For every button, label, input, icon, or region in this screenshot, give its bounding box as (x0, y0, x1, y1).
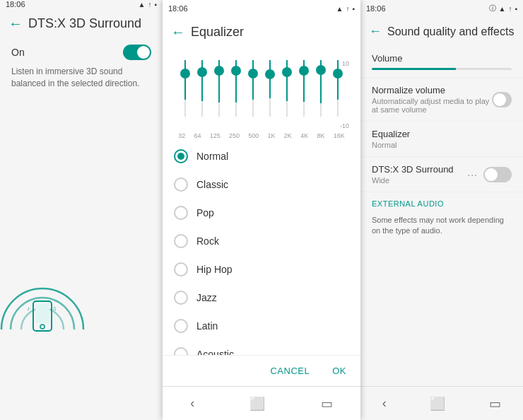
freq-250: 250 (229, 132, 240, 139)
dts-section: DTS:X 3D Surround Wide ··· (360, 157, 523, 192)
left-status-time: 18:06 (6, 0, 25, 8)
dts-toggle[interactable] (483, 167, 512, 182)
equalizer-sub: Normal (372, 141, 512, 149)
preset-rock[interactable]: Rock (163, 227, 360, 255)
equalizer-chart: 10 (163, 47, 360, 139)
preset-rock-label: Rock (196, 235, 219, 247)
right-upload-icon: ↑ (508, 5, 512, 13)
eq-bar-10[interactable] (337, 60, 339, 117)
preset-acoustic-label: Acoustic (196, 349, 234, 355)
right-back-button[interactable]: ← (369, 24, 382, 39)
freq-8k: 8K (317, 132, 324, 139)
on-row: On (0, 39, 163, 66)
center-battery-icon: ▪ (352, 5, 355, 13)
center-upload-icon: ↑ (346, 5, 349, 13)
external-audio-label: EXTERNAL AUDIO (360, 192, 523, 211)
center-back-button[interactable]: ← (171, 24, 185, 40)
volume-slider[interactable] (372, 68, 512, 70)
eq-frequency-labels: 32 64 125 250 500 1K 2K 4K 8K 16K (171, 132, 352, 139)
dts-text: DTS:X 3D Surround Wide (372, 164, 454, 185)
eq-bar-8[interactable] (303, 60, 305, 117)
center-nav-bar: ‹ ⬜ ▭ (163, 386, 360, 420)
eq-db-top: 10 (342, 60, 349, 67)
eq-bar-6[interactable] (269, 60, 271, 117)
preset-latin-radio[interactable] (174, 319, 188, 333)
preset-classic[interactable]: Classic (163, 170, 360, 199)
battery-icon: ▪ (154, 1, 157, 8)
preset-classic-radio[interactable] (174, 177, 188, 192)
eq-bar-3[interactable] (218, 60, 220, 117)
svg-text:♪: ♪ (27, 305, 30, 312)
right-back-nav-icon[interactable]: ‹ (382, 396, 387, 411)
right-info-icon: ⓘ (489, 4, 496, 13)
right-status-bar: 18:06 ⓘ ▲ ↑ ▪ (360, 0, 523, 17)
external-audio-note: Some effects may not work depending on t… (360, 211, 523, 241)
preset-hiphop-label: Hip Hop (196, 264, 233, 275)
eq-bar-5[interactable] (252, 60, 254, 117)
normalize-title: Normalize volume (372, 85, 492, 95)
left-status-icons: ▲ ↑ ▪ (139, 1, 157, 8)
left-status-bar: 18:06 ▲ ↑ ▪ (0, 0, 163, 8)
on-label: On (11, 47, 25, 58)
preset-normal-radio[interactable] (174, 149, 188, 163)
eq-bar-7[interactable] (286, 60, 288, 117)
eq-bar-2[interactable] (201, 60, 203, 117)
preset-acoustic[interactable]: Acoustic (163, 340, 360, 355)
right-status-time: 18:06 (366, 4, 386, 13)
freq-16k: 16K (334, 132, 345, 139)
freq-32: 32 (178, 132, 185, 139)
normalize-toggle[interactable] (492, 92, 512, 107)
eq-bar-4[interactable] (235, 60, 237, 117)
eq-bar-1[interactable] (184, 60, 186, 117)
left-page-title: DTS:X 3D Surround (28, 16, 141, 31)
preset-pop[interactable]: Pop (163, 199, 360, 227)
dts-sub: Wide (372, 176, 454, 185)
preset-latin[interactable]: Latin (163, 312, 360, 340)
preset-jazz-label: Jazz (196, 292, 217, 303)
right-home-nav-icon[interactable]: ⬜ (430, 396, 445, 412)
dts-illustration: ♪ ♫ (0, 98, 163, 420)
preset-rock-radio[interactable] (174, 234, 188, 248)
freq-125: 125 (210, 132, 221, 139)
right-panel: 18:06 ⓘ ▲ ↑ ▪ ← Sound quality and effect… (360, 0, 523, 420)
preset-hiphop-radio[interactable] (174, 262, 188, 276)
freq-4k: 4K (300, 132, 308, 139)
dialog-buttons: CANCEL OK (163, 355, 360, 386)
equalizer-section[interactable]: Equalizer Normal (360, 122, 523, 157)
volume-section[interactable]: Volume (360, 46, 523, 78)
eq-db-bottom: -10 (340, 122, 349, 129)
equalizer-title: Equalizer (372, 129, 512, 139)
preset-pop-label: Pop (196, 207, 214, 218)
left-title-bar: ← DTS:X 3D Surround (0, 8, 163, 39)
center-status-bar: 18:06 ▲ ↑ ▪ (163, 0, 360, 17)
freq-500: 500 (248, 132, 259, 139)
preset-normal-label: Normal (196, 151, 228, 162)
right-battery-icon: ▪ (515, 5, 517, 13)
center-recents-nav-icon[interactable]: ▭ (321, 396, 333, 412)
preset-jazz-radio[interactable] (174, 291, 188, 305)
cancel-button[interactable]: CANCEL (264, 361, 315, 380)
freq-1k: 1K (268, 132, 276, 139)
right-status-icons: ⓘ ▲ ↑ ▪ (489, 4, 517, 13)
preset-normal[interactable]: Normal (163, 142, 360, 170)
svg-point-2 (40, 325, 45, 329)
preset-hiphop[interactable]: Hip Hop (163, 255, 360, 284)
left-back-button[interactable]: ← (8, 16, 23, 32)
dts-row: DTS:X 3D Surround Wide ··· (372, 164, 512, 185)
freq-64: 64 (194, 132, 201, 139)
on-toggle[interactable] (123, 45, 151, 60)
right-recents-nav-icon[interactable]: ▭ (489, 396, 501, 412)
preset-jazz[interactable]: Jazz (163, 284, 360, 312)
center-home-nav-icon[interactable]: ⬜ (249, 396, 265, 412)
preset-pop-radio[interactable] (174, 206, 188, 220)
ok-button[interactable]: OK (327, 361, 352, 380)
eq-bar-9[interactable] (320, 60, 322, 117)
dts-description: Listen in immersive 3D sound balanced in… (0, 66, 163, 98)
preset-acoustic-radio[interactable] (174, 347, 188, 355)
center-wifi-icon: ▲ (336, 5, 343, 13)
dts-more-icon[interactable]: ··· (467, 169, 478, 180)
center-back-nav-icon[interactable]: ‹ (190, 396, 194, 411)
wifi-icon: ▲ (139, 1, 146, 8)
right-nav-bar: ‹ ⬜ ▭ (360, 386, 523, 420)
right-title-bar: ← Sound quality and effects (360, 17, 523, 46)
